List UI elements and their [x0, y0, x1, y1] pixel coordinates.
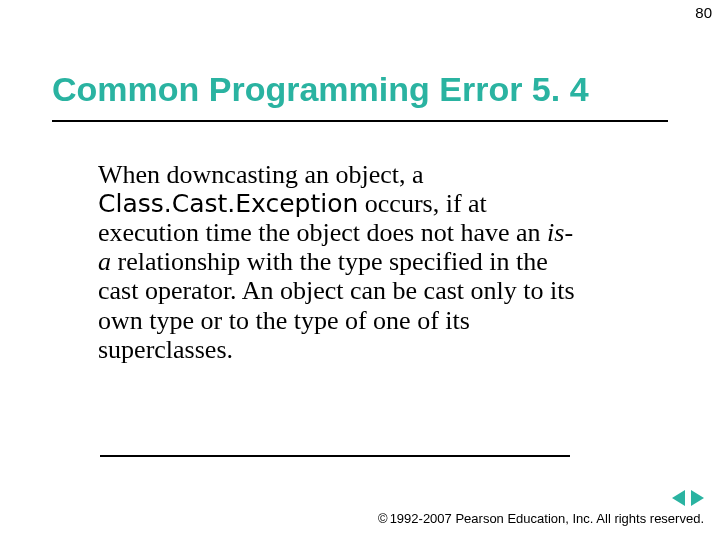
title-underline [52, 120, 668, 122]
footer: © 1992-2007 Pearson Education, Inc. All … [378, 511, 704, 526]
nav-arrows [672, 490, 704, 506]
page-number: 80 [695, 4, 712, 21]
body-mid2: relationship with the type specified in … [98, 247, 575, 363]
copyright-text: 1992-2007 Pearson Education, Inc. All ri… [390, 511, 704, 526]
code-classcastexception: Class.Cast.Exception [98, 189, 358, 218]
next-slide-icon[interactable] [691, 490, 704, 506]
slide-title: Common Programming Error 5. 4 [52, 70, 668, 109]
body-pre: When downcasting an object, a [98, 160, 424, 189]
body-text: When downcasting an object, a Class.Cast… [98, 160, 578, 364]
prev-slide-icon[interactable] [672, 490, 685, 506]
copyright-symbol: © [378, 511, 388, 526]
slide: 80 Common Programming Error 5. 4 When do… [0, 0, 720, 540]
body-underline [100, 455, 570, 457]
